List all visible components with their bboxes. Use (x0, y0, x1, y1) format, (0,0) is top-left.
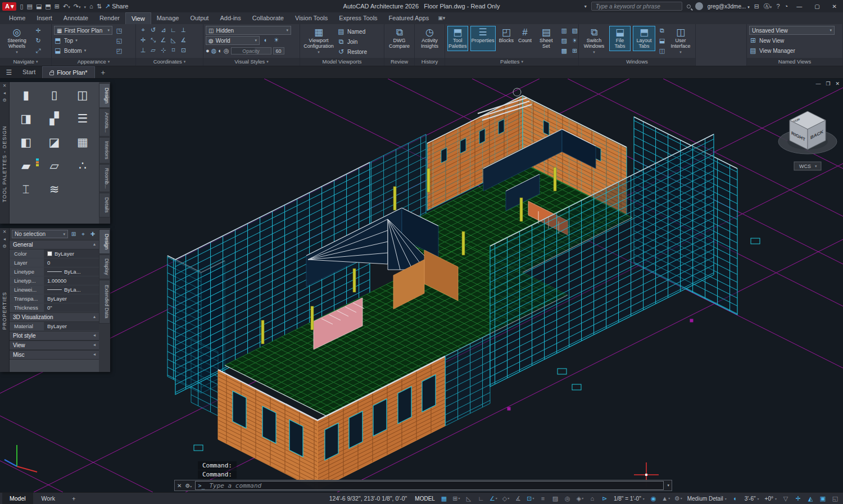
properties-palette-button[interactable]: ☰ Properties (470, 26, 496, 51)
navigate-panel-label[interactable]: Navigate▾ (0, 58, 51, 66)
tool-stair[interactable]: ▞ (40, 109, 68, 128)
gizmo-icon[interactable]: ✛ (792, 493, 804, 503)
tool-opening[interactable]: ◫ (69, 85, 97, 105)
snap-mode-icon[interactable]: ⊞▾ (451, 493, 462, 503)
grid-display-icon[interactable]: ▦ (438, 493, 450, 503)
visual-style-combo[interactable]: ◫Hidden▾ (206, 26, 291, 35)
tab-annotate[interactable]: Annotate (58, 12, 94, 24)
view-manager-button[interactable]: ▤View Manager (749, 46, 835, 55)
command-close-icon[interactable]: ✕ (177, 483, 182, 489)
qc-palette-icon[interactable]: ⊞ (570, 47, 579, 55)
search-icon[interactable] (687, 4, 691, 8)
section-plot-style[interactable]: Plot style◂ (10, 331, 99, 340)
tool-wall-cmu[interactable]: ▰ (12, 156, 40, 175)
tool-door-single[interactable]: ▮ (12, 85, 40, 105)
tool-sprinkler[interactable]: ∴ (69, 156, 97, 175)
add-layout-button[interactable]: ＋ (64, 493, 84, 504)
palette-tab-design[interactable]: Design (99, 83, 110, 108)
drawing-minimize-icon[interactable]: — (815, 81, 821, 87)
bottom-view-button[interactable]: ⬓Bottom▾ (54, 46, 112, 55)
appearance-panel-label[interactable]: Appearance▾ (52, 58, 135, 66)
prop-row-thickness[interactable]: Thickness 0" (10, 303, 99, 312)
new-view-button[interactable]: ⊞New View (749, 36, 835, 45)
zoom-extents-icon[interactable]: ⤢ (34, 47, 43, 55)
save-icon[interactable]: ⬓ (36, 3, 42, 10)
activity-insights-button[interactable]: ◷ Activity Insights (417, 26, 442, 51)
tool-palettes-autohide-icon[interactable]: ◂ (3, 90, 6, 96)
cart-icon[interactable]: ⊟ (754, 3, 759, 10)
prop-row-material[interactable]: Material ByLayer (10, 322, 99, 331)
ucs-view-icon[interactable]: ⟂ (179, 26, 188, 34)
cascade-windows-icon[interactable]: ⧉ (658, 26, 667, 35)
object-snap-icon[interactable]: ⊡▾ (525, 493, 536, 503)
select-objects-icon[interactable]: ⌖ (79, 230, 87, 238)
new-file-icon[interactable]: ▯ (20, 3, 23, 10)
style-ball-4-icon[interactable]: ◎ (224, 47, 229, 55)
tab-output[interactable]: Output (184, 12, 214, 24)
coordinates-panel-label[interactable]: Coordinates▾ (136, 58, 203, 66)
annotation-scale-button[interactable]: 1/8" = 1'-0"▾ (611, 496, 647, 502)
cut-plane-icon[interactable]: ◐ (730, 493, 741, 503)
palette-tab-roombook[interactable]: Roomb... (99, 164, 110, 193)
palette-tab-details[interactable]: Details (99, 193, 110, 217)
tab-addins[interactable]: Add-ins (214, 12, 246, 24)
tab-view[interactable]: View (125, 12, 151, 24)
sun-properties-palette-icon[interactable]: ☀ (570, 37, 579, 45)
tile-vertical-icon[interactable]: ◫ (658, 47, 667, 55)
dynamic-ucs-icon[interactable]: ⌂ (587, 493, 598, 503)
save-as-icon[interactable]: ⬒ (45, 3, 51, 10)
tab-collaborate[interactable]: Collaborate (247, 12, 289, 24)
ucs-face-icon[interactable]: ⊿ (158, 26, 168, 34)
ucs-named-icon[interactable]: ▱ (148, 46, 158, 55)
notification-icon[interactable]: ◔ (785, 3, 788, 10)
ucs-world-icon[interactable]: ⌖ (138, 26, 148, 34)
appearance-flyout-3-icon[interactable]: ◰ (115, 47, 124, 55)
dynamic-input-icon[interactable]: ⊳ (599, 493, 610, 503)
clean-screen-icon[interactable]: ◱ (830, 493, 841, 503)
search-input[interactable] (595, 3, 679, 10)
properties-settings-icon[interactable]: ⚙ (2, 244, 6, 249)
drawing-restore-icon[interactable]: ❐ (826, 81, 830, 87)
drawing-close-icon[interactable]: ✕ (835, 81, 840, 87)
shadow-icon[interactable]: ◐ (261, 36, 270, 44)
file-tabs-button[interactable]: ⬓ File Tabs (609, 26, 631, 51)
materials-palette-icon[interactable]: ▧ (570, 26, 579, 35)
prop-row-color[interactable]: Color ByLayer (10, 249, 99, 258)
ucs-3point-icon[interactable]: ∠ (158, 36, 168, 44)
ucs-previous-icon[interactable]: ↺ (148, 26, 158, 34)
tool-palettes-close-icon[interactable]: ✕ (3, 83, 7, 89)
tab-manage[interactable]: Manage (151, 12, 185, 24)
cut-plane-height-button[interactable]: 3'-6"▾ (742, 496, 762, 502)
transparency-icon[interactable]: ▨ (550, 493, 561, 503)
model-layout-tab[interactable]: Model (2, 493, 33, 504)
layout-tabs-button[interactable]: ⬒ Layout Tabs (633, 26, 655, 51)
annotation-monitor-icon[interactable]: ◭ (805, 493, 816, 503)
undo-icon[interactable]: ↶▾ (63, 3, 70, 10)
tool-door-panel[interactable]: ◨ (12, 109, 40, 128)
tool-column-ibeam[interactable]: ⌶ (12, 180, 40, 199)
object-snap-tracking-icon[interactable]: ∡ (513, 493, 524, 503)
quick-select-icon[interactable]: ✚ (89, 230, 97, 238)
selection-filter-icon[interactable]: ▽ (780, 493, 791, 503)
top-view-button[interactable]: ⬒Top▾ (54, 36, 112, 45)
named-view-combo[interactable]: Unsaved View▾ (749, 26, 835, 35)
assistant-icon[interactable]: Ⓐ▾ (764, 2, 772, 11)
tool-railing[interactable]: ☰ (69, 109, 97, 128)
detail-level-dropdown[interactable]: Medium Detail▾ (685, 496, 729, 502)
3d-object-snap-icon[interactable]: ◈▾ (574, 493, 586, 503)
new-drawing-tab-button[interactable]: ＋ (95, 66, 111, 78)
opacity-value[interactable]: 60 (273, 47, 284, 55)
steering-wheels-button[interactable]: ◎ Steering Wheels ▾ (2, 26, 31, 56)
active-drawing-tab[interactable]: Floor Plan* (42, 66, 94, 78)
palette-tab-annotation[interactable]: Annota... (99, 108, 110, 137)
section-view[interactable]: View◂ (10, 340, 99, 350)
ucs-apply-icon[interactable]: ⊡ (179, 46, 188, 55)
save-to-web-icon[interactable]: ⇅ (97, 3, 102, 10)
open-file-icon[interactable]: ▤ (27, 3, 33, 10)
ribbon-options-icon[interactable]: ▣▾ (438, 12, 445, 24)
ucs-x-icon[interactable]: ◺ (169, 36, 178, 44)
user-interface-button[interactable]: ◫ User Interface ▾ (669, 26, 692, 56)
tab-vision-tools[interactable]: Vision Tools (289, 12, 333, 24)
signed-in-user[interactable]: greg@x3dme... ▾ (708, 3, 750, 10)
tool-window-grid[interactable]: ▦ (69, 133, 97, 152)
